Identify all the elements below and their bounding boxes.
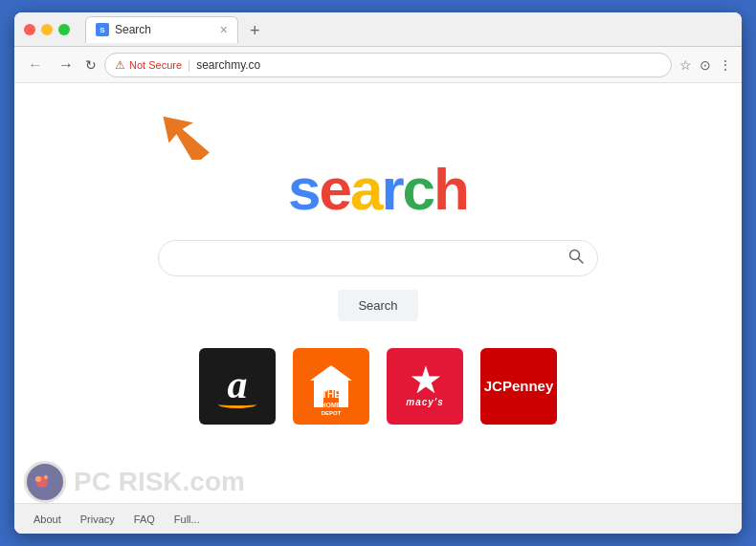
title-bar: S Search × + [14, 12, 742, 47]
pcrisk-watermark: PC RISK.com [24, 461, 245, 503]
tab-favicon: S [96, 23, 109, 36]
search-box-container [158, 240, 598, 276]
tab-title: Search [115, 23, 214, 36]
homedepot-icon: THE HOME DEPOT [302, 358, 360, 415]
tab-close-button[interactable]: × [220, 23, 228, 36]
browser-window: S Search × + ← → ↻ ⚠ Not Secure | search… [14, 12, 742, 534]
macys-logo[interactable]: ★ macy's [387, 348, 463, 425]
arrow-svg [163, 93, 230, 160]
logo-letter-e: e [320, 156, 350, 222]
homedepot-svg: THE HOME DEPOT [302, 358, 360, 415]
logo-letter-s: s [288, 156, 319, 222]
logo-letter-a: a [350, 156, 381, 222]
page-footer: PC RISK.com About Privacy FAQ Full... [14, 503, 742, 534]
address-bar-actions: ☆ ⊙ ⋮ [679, 57, 732, 73]
pcrisk-svg [31, 468, 59, 496]
pcrisk-icon [24, 461, 66, 503]
footer-faq[interactable]: FAQ [134, 513, 155, 525]
minimize-window-button[interactable] [41, 24, 53, 35]
footer-full[interactable]: Full... [174, 513, 200, 525]
footer-about[interactable]: About [33, 513, 61, 525]
security-label: Not Secure [129, 59, 182, 71]
back-button[interactable]: ← [24, 55, 47, 76]
url-text: searchmy.co [196, 58, 260, 72]
macys-text: macy's [406, 397, 444, 407]
menu-icon[interactable]: ⋮ [719, 57, 732, 73]
arrow-annotation [163, 93, 230, 160]
amazon-letter: a [228, 364, 248, 404]
active-tab[interactable]: S Search × [85, 16, 238, 43]
url-bar[interactable]: ⚠ Not Secure | searchmy.co [104, 53, 672, 77]
search-button[interactable]: Search [338, 290, 417, 321]
account-icon[interactable]: ⊙ [700, 57, 711, 73]
pcrisk-text: PC RISK.com [74, 467, 245, 497]
svg-text:DEPOT: DEPOT [322, 410, 342, 415]
svg-point-11 [44, 475, 48, 479]
close-window-button[interactable] [24, 24, 35, 35]
jcpenney-text: JCPenney [484, 378, 554, 394]
search-input[interactable] [172, 251, 568, 266]
homedepot-logo[interactable]: THE HOME DEPOT [293, 348, 369, 425]
tab-bar: S Search × + [85, 16, 732, 43]
svg-point-10 [35, 476, 41, 482]
svg-text:HOME: HOME [322, 402, 342, 408]
macys-star: ★ [411, 364, 439, 397]
search-logo: search [288, 155, 468, 223]
amazon-logo[interactable]: a [199, 348, 276, 425]
svg-marker-0 [163, 104, 214, 160]
brand-logos: a THE HOME DEPOT [199, 348, 557, 425]
logo-letter-c: c [403, 156, 434, 222]
logo-letter-r: r [381, 156, 402, 222]
footer-privacy[interactable]: Privacy [80, 513, 115, 525]
page-content: search Search a [14, 83, 742, 534]
svg-text:THE: THE [322, 389, 341, 400]
bookmark-icon[interactable]: ☆ [679, 57, 692, 73]
new-tab-button[interactable]: + [244, 19, 266, 43]
address-bar: ← → ↻ ⚠ Not Secure | searchmy.co ☆ ⊙ ⋮ [14, 47, 742, 83]
traffic-lights [24, 24, 70, 35]
maximize-window-button[interactable] [58, 24, 70, 35]
warning-icon: ⚠ [115, 58, 125, 72]
svg-line-2 [579, 259, 584, 264]
forward-button[interactable]: → [55, 55, 78, 76]
refresh-button[interactable]: ↻ [85, 57, 97, 73]
logo-letter-h: h [434, 156, 468, 222]
security-warning: ⚠ Not Secure [115, 58, 182, 72]
magnifier-icon [568, 249, 584, 264]
search-icon-button[interactable] [568, 249, 584, 267]
amazon-curve [218, 401, 256, 408]
jcpenney-logo[interactable]: JCPenney [480, 348, 557, 425]
url-separator: | [188, 58, 190, 72]
